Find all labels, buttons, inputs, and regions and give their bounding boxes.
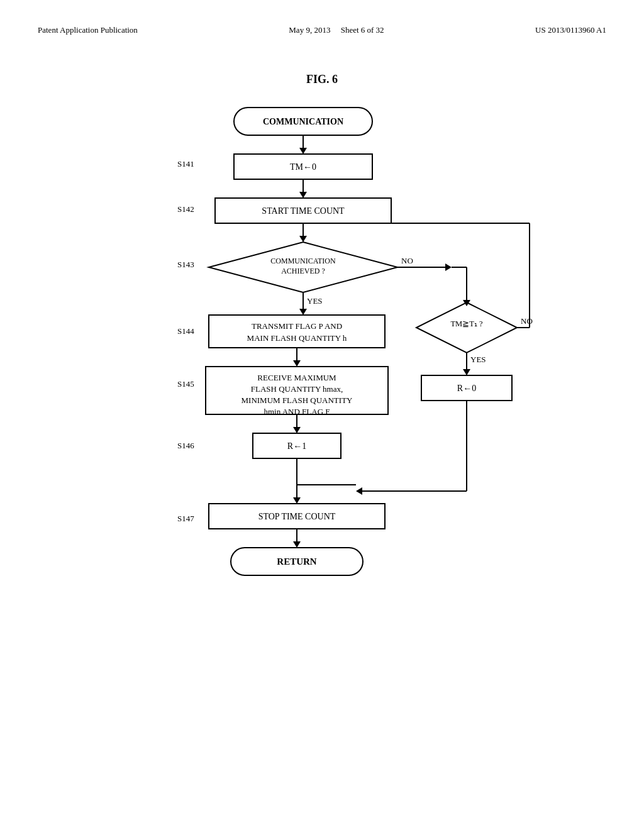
header-right: US 2013/0113960 A1 [535, 25, 606, 35]
node-s147: STOP TIME COUNT [258, 512, 336, 521]
svg-rect-27 [209, 315, 385, 348]
node-s148: TM≧T₁ ? [450, 319, 483, 328]
svg-marker-2 [299, 148, 307, 154]
label-s146: S146 [177, 441, 194, 450]
label-s144: S144 [177, 326, 194, 336]
flowchart: COMMUNICATION S141 TM←0 S142 START TIME … [108, 101, 536, 655]
svg-marker-29 [293, 360, 301, 367]
label-s143: S143 [177, 260, 194, 269]
svg-marker-8 [299, 236, 307, 242]
page-header: Patent Application Publication May 9, 20… [38, 25, 606, 35]
node-s145-line2: FLASH QUANTITY hmax, [251, 384, 343, 394]
label-s142: S142 [177, 204, 194, 214]
node-s143-line1: COMMUNICATION [270, 257, 336, 265]
node-s145-line3: MINIMUM FLASH QUANTITY [242, 396, 353, 405]
label-s147: S147 [177, 514, 194, 523]
node-communication: COMMUNICATION [263, 117, 343, 126]
node-s146: R←1 [287, 441, 306, 451]
yes-label-s143: YES [307, 296, 323, 306]
node-return: RETURN [277, 556, 317, 567]
node-s144-line1: TRANSMIT FLAG P AND [252, 321, 342, 331]
node-s142: START TIME COUNT [262, 206, 345, 216]
yes-label-s148: YES [470, 355, 486, 364]
svg-marker-32 [293, 427, 301, 433]
node-s149: R←0 [457, 384, 476, 393]
node-s144-line2: MAIN FLASH QUANTITY h [247, 333, 347, 343]
no-label-s143: NO [401, 256, 413, 265]
label-s141: S141 [177, 159, 194, 169]
header-center: May 9, 2013 Sheet 6 of 32 [289, 25, 384, 35]
node-s141: TM←0 [290, 162, 316, 172]
page: Patent Application Publication May 9, 20… [0, 0, 644, 830]
figure-label: FIG. 6 [38, 73, 606, 86]
svg-marker-40 [293, 541, 301, 548]
header-left: Patent Application Publication [38, 25, 138, 35]
node-s145-line1: RECEIVE MAXIMUM [257, 373, 336, 382]
svg-marker-13 [445, 263, 452, 271]
label-s145: S145 [177, 379, 194, 389]
svg-marker-11 [299, 309, 307, 315]
no-label-s148: NO [521, 316, 533, 326]
svg-marker-26 [356, 487, 362, 495]
svg-marker-5 [299, 192, 307, 198]
svg-marker-37 [293, 497, 301, 504]
svg-marker-22 [463, 369, 470, 375]
node-s143-line2: ACHIEVED ? [281, 267, 325, 275]
